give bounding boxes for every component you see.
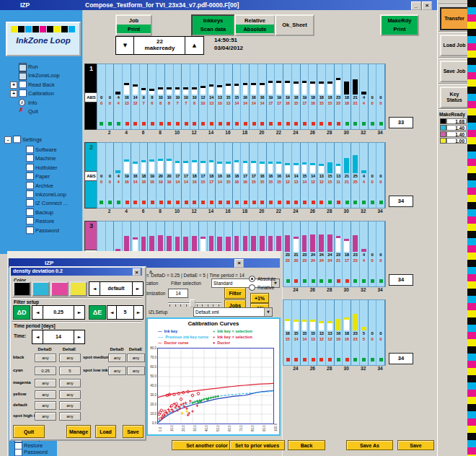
deltae-field[interactable]: any xyxy=(59,354,81,362)
sidebar-item-backup[interactable]: Backup xyxy=(35,209,53,216)
selector-prev-arrow[interactable]: ◄ xyxy=(89,282,100,295)
deltae-field[interactable]: any xyxy=(127,367,145,375)
back-button[interactable]: Back xyxy=(288,440,325,450)
ink-key-column[interactable]: 1614 xyxy=(242,64,250,129)
ink-key-column[interactable]: 1311 xyxy=(335,143,343,208)
color-selector[interactable]: ◄ default ► xyxy=(89,281,144,296)
sidebar-item-restore[interactable]: Restore xyxy=(35,218,54,224)
save-as-button[interactable]: Save As xyxy=(346,440,393,450)
deltae-field[interactable]: any xyxy=(59,401,81,410)
load-job-button[interactable]: Load Job xyxy=(440,35,469,56)
ink-key-column[interactable]: 97 xyxy=(140,64,149,129)
sidebar-item-inkzoneloop[interactable]: InkZoneLoop xyxy=(28,72,60,79)
ink-key-column[interactable]: 1815 xyxy=(317,64,326,129)
sidebar-item-calibration[interactable]: Calibration xyxy=(28,90,54,97)
ink-key-column[interactable]: 1817 xyxy=(343,222,351,286)
filter-button[interactable]: Filter xyxy=(224,287,246,299)
radio-relative-row[interactable]: Relative xyxy=(249,284,274,291)
transfer-button[interactable]: Transfer xyxy=(440,7,469,30)
ink-key-column[interactable]: 1916 xyxy=(283,64,292,129)
sidebar-item-iz-connect-[interactable]: IZ Connect ... xyxy=(35,200,68,206)
ink-key-column[interactable]: 2019 xyxy=(165,143,174,208)
sidebar-item-run[interactable]: Run xyxy=(28,63,38,70)
ink-key-column[interactable]: 44 xyxy=(114,143,123,208)
ink-key-column[interactable]: 00 xyxy=(106,64,115,129)
ink-key-column[interactable]: 1817 xyxy=(208,143,216,208)
selector-next-arrow[interactable]: ► xyxy=(132,282,143,295)
ink-key-column[interactable]: 108 xyxy=(157,64,165,129)
izlsetup-dropdown[interactable]: Default.xml ▼ xyxy=(193,307,273,317)
ink-key-column[interactable]: 1413 xyxy=(292,143,301,208)
ink-key-column[interactable]: 00 xyxy=(369,143,377,208)
ink-key-column[interactable]: 1614 xyxy=(258,64,267,129)
ink-key-column[interactable]: 1413 xyxy=(208,64,216,129)
deltae-field[interactable]: any xyxy=(59,390,81,399)
sidebar-item-quit[interactable]: Quit xyxy=(28,108,38,115)
ok-sheet-button[interactable]: Ok_Sheet xyxy=(275,14,314,36)
delta-e-spinner[interactable]: ◄ 5 ► xyxy=(107,305,144,320)
deltad-field[interactable]: any xyxy=(35,390,56,399)
ink-key-column[interactable]: 1614 xyxy=(131,143,140,208)
ink-key-column[interactable]: 1210 xyxy=(199,64,208,129)
ink-key-column[interactable]: 1615 xyxy=(283,300,292,365)
sidebar-item-machine[interactable]: Machine xyxy=(35,155,56,162)
ink-key-column[interactable]: 1715 xyxy=(199,143,208,208)
close-button[interactable]: × xyxy=(422,1,432,10)
ink-key-column[interactable]: 1312 xyxy=(326,300,335,365)
settings-window-close-button[interactable]: × xyxy=(234,259,244,268)
ink-key-column[interactable]: 1715 xyxy=(250,143,258,208)
delta-e-up-arrow[interactable]: ► xyxy=(133,306,143,319)
ink-key-column[interactable]: 1514 xyxy=(292,300,301,365)
ink-key-column[interactable]: 1816 xyxy=(309,64,317,129)
deltae-field[interactable]: any xyxy=(127,354,145,362)
ink-key-column[interactable]: 1514 xyxy=(301,300,309,365)
ink-key-column[interactable]: 2525 xyxy=(351,143,360,208)
ink-key-column[interactable]: 44 xyxy=(360,143,369,208)
color-swatch-black[interactable] xyxy=(13,281,31,297)
ink-key-column[interactable]: 00 xyxy=(369,64,377,129)
sidebar-item-paper[interactable]: Paper xyxy=(35,173,50,180)
ink-key-column[interactable]: 2424 xyxy=(317,222,326,286)
deltad-field[interactable]: any xyxy=(35,354,56,362)
makerdy-print-button[interactable]: MakeRdy Print xyxy=(380,14,419,36)
ink-key-column[interactable]: 1916 xyxy=(148,143,157,208)
ink-key-column[interactable]: 2121 xyxy=(343,143,351,208)
settings-sidebar-item-restore[interactable]: Restore xyxy=(24,442,43,449)
ink-key-column[interactable]: 1514 xyxy=(233,64,242,129)
deltad-field[interactable]: any xyxy=(108,354,126,362)
ink-key-column[interactable]: 2424 xyxy=(326,222,335,286)
ink-key-column[interactable]: 2424 xyxy=(309,222,317,286)
ink-key-column[interactable]: 1513 xyxy=(224,64,233,129)
ink-key-column[interactable]: 1816 xyxy=(343,300,351,365)
ink-key-column[interactable]: 1514 xyxy=(301,143,309,208)
delta-e-button[interactable]: ΔE xyxy=(89,305,106,320)
sidebar-item-password[interactable]: Password xyxy=(35,227,59,234)
deltad-field[interactable]: any xyxy=(35,401,56,410)
deltad-field[interactable]: 0.25 xyxy=(35,367,56,375)
tree-expander[interactable]: + xyxy=(10,90,17,97)
ink-key-column[interactable]: 1515 xyxy=(326,143,335,208)
deltae-field[interactable]: any xyxy=(59,379,81,387)
dialog-save-button[interactable]: Save xyxy=(123,425,144,438)
delta-d-button[interactable]: ΔD xyxy=(13,305,30,320)
ink-key-column[interactable]: 00 xyxy=(376,300,385,365)
ink-key-column[interactable]: 1312 xyxy=(317,143,326,208)
ink-key-column[interactable]: 2221 xyxy=(335,222,343,286)
ink-key-column[interactable]: 44 xyxy=(114,64,123,129)
dialog-manage-button[interactable]: Manage xyxy=(66,425,91,438)
key-status-button[interactable]: Key Status xyxy=(440,87,469,108)
sidebar-item-read-back[interactable]: Read Back xyxy=(28,82,55,88)
ink-key-column[interactable]: 00 xyxy=(376,222,385,286)
sidebar-item-settings[interactable]: Settings xyxy=(22,136,42,143)
slider-value-input[interactable]: 14 xyxy=(168,289,188,298)
ink-key-column[interactable]: 2323 xyxy=(351,300,360,365)
ink-key-column[interactable]: 107 xyxy=(174,64,182,129)
ink-key-column[interactable]: 00 xyxy=(369,222,377,286)
ink-key-column[interactable]: 1917 xyxy=(267,64,276,129)
ink-key-column[interactable]: 1917 xyxy=(275,64,283,129)
ink-key-column[interactable]: 1816 xyxy=(190,143,199,208)
ink-key-column[interactable]: 1615 xyxy=(275,143,283,208)
tree-expander[interactable]: + xyxy=(10,82,17,89)
time-spinner[interactable]: ◄ 14 ► xyxy=(32,330,85,344)
tree-expander[interactable]: - xyxy=(4,136,12,144)
